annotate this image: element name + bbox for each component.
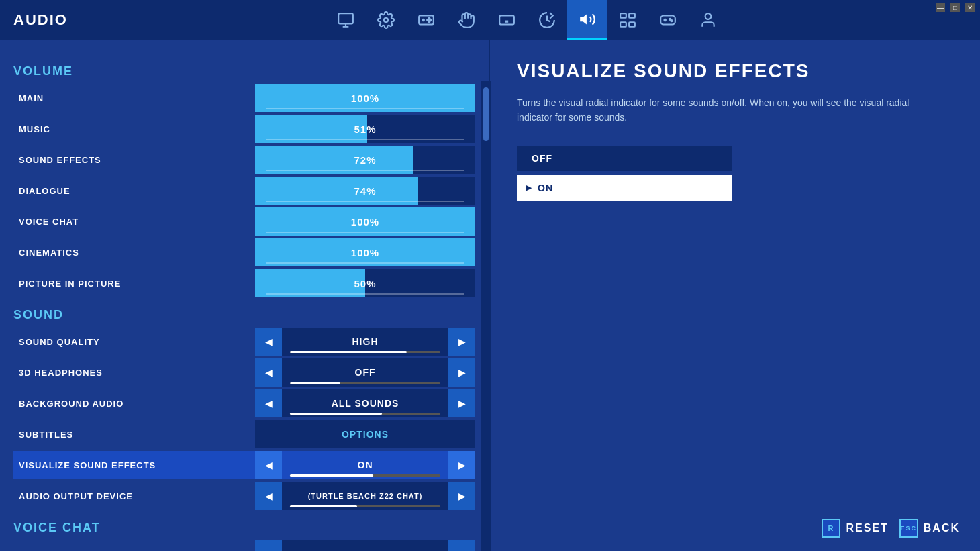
svg-rect-11 [500,16,515,25]
svg-rect-0 [339,13,354,23]
minimize-button[interactable]: — [936,3,945,12]
headphones-label: 3D HEADPHONES [13,368,255,378]
volume-cinematics-bar[interactable]: 100% [255,238,475,266]
audio-output-right-arrow[interactable]: ▶ [448,482,475,510]
back-button[interactable]: ESC BACK [899,519,960,538]
svg-rect-23 [630,22,636,27]
volume-main-row[interactable]: MAIN 100% [13,84,475,112]
svg-rect-22 [621,22,627,27]
volume-dialogue-control: 74% [255,177,475,205]
volume-dialogue-bar[interactable]: 74% [255,177,475,205]
page-title: AUDIO [13,11,68,29]
reset-key: R [822,519,840,538]
volume-music-bar[interactable]: 51% [255,115,475,143]
voice-chat-left-arrow[interactable]: ◀ [255,540,282,551]
sound-quality-row[interactable]: SOUND QUALITY ◀ HIGH ▶ [13,328,475,356]
headphones-row[interactable]: 3D HEADPHONES ◀ OFF ▶ [13,358,475,387]
maximize-button[interactable]: □ [950,3,960,12]
svg-rect-20 [621,13,627,18]
volume-pip-label: PICTURE IN PICTURE [13,279,255,289]
audio-output-left-arrow[interactable]: ◀ [255,482,282,510]
volume-sfx-row[interactable]: SOUND EFFECTS 72% [13,146,475,174]
detail-option-off[interactable]: OFF [517,146,732,171]
svg-point-10 [429,21,430,22]
detail-description: Turns the visual radial indicator for so… [517,95,933,126]
volume-music-control: 51% [255,115,475,143]
detail-option-on-arrow: ▶ [526,184,532,191]
nav-icon-gamepad[interactable] [648,0,688,40]
bg-audio-control: ◀ ALL SOUNDS ▶ [255,389,475,417]
scroll-thumb[interactable] [483,87,489,141]
nav-icon-keyboard[interactable] [487,0,527,40]
title-bar: — □ ✕ [930,0,980,15]
nav-icon-audio[interactable] [567,0,607,40]
audio-output-label: AUDIO OUTPUT DEVICE [13,491,255,501]
audio-output-value: (TURTLE BEACH Z22 CHAT) [282,482,448,510]
nav-icon-hand[interactable] [446,0,487,40]
sound-quality-right-arrow[interactable]: ▶ [448,328,475,356]
volume-sfx-control: 72% [255,146,475,174]
volume-main-bar[interactable]: 100% [255,84,475,112]
volume-voicechat-bar[interactable]: 100% [255,207,475,236]
bg-audio-value: ALL SOUNDS [282,389,448,417]
volume-music-row[interactable]: MUSIC 51% [13,115,475,143]
visualize-sfx-row[interactable]: VISUALIZE SOUND EFFECTS ◀ ON ▶ [13,451,475,479]
detail-options: OFF ▶ ON [517,146,953,201]
sound-quality-control: ◀ HIGH ▶ [255,328,475,356]
volume-pip-row[interactable]: PICTURE IN PICTURE 50% [13,269,475,297]
back-label: BACK [924,522,960,534]
voice-chat-right-arrow[interactable]: ▶ [448,540,475,551]
visualize-sfx-label: VISUALIZE SOUND EFFECTS [13,460,255,470]
subtitles-row[interactable]: SUBTITLES OPTIONS [13,420,475,448]
voice-chat-section-header: VOICE CHAT [13,521,475,535]
volume-cinematics-row[interactable]: CINEMATICS 100% [13,238,475,266]
volume-main-label: MAIN [13,93,255,103]
volume-music-label: MUSIC [13,124,255,134]
visualize-sfx-control: ◀ ON ▶ [255,451,475,479]
bg-audio-right-arrow[interactable]: ▶ [448,389,475,417]
nav-icon-gear[interactable] [366,0,406,40]
sound-section-header: SOUND [13,308,475,322]
close-button[interactable]: ✕ [965,3,975,12]
bg-audio-row[interactable]: BACKGROUND AUDIO ◀ ALL SOUNDS ▶ [13,389,475,417]
bg-audio-label: BACKGROUND AUDIO [13,399,255,409]
nav-icon-monitor[interactable] [326,0,366,40]
volume-voicechat-row[interactable]: VOICE CHAT 100% [13,207,475,236]
volume-sfx-bar[interactable]: 72% [255,146,475,174]
voice-chat-row[interactable]: VOICE CHAT ◀ EVERYBODY ▶ [13,540,475,551]
bg-audio-left-arrow[interactable]: ◀ [255,389,282,417]
right-panel: VISUALIZE SOUND EFFECTS Turns the visual… [490,40,980,551]
nav-icon-replay[interactable] [607,0,648,40]
headphones-control: ◀ OFF ▶ [255,358,475,387]
sound-quality-left-arrow[interactable]: ◀ [255,328,282,356]
audio-output-row[interactable]: AUDIO OUTPUT DEVICE ◀ (TURTLE BEACH Z22 … [13,482,475,510]
reset-button[interactable]: R RESET [822,519,888,538]
volume-sfx-label: SOUND EFFECTS [13,155,255,165]
voice-chat-value: EVERYBODY [282,540,448,551]
audio-output-selector: ◀ (TURTLE BEACH Z22 CHAT) ▶ [255,482,475,510]
headphones-selector: ◀ OFF ▶ [255,358,475,387]
volume-section-header: VOLUME [13,64,475,79]
visualize-sfx-right-arrow[interactable]: ▶ [448,451,475,479]
volume-voicechat-control: 100% [255,207,475,236]
headphones-value: OFF [282,358,448,387]
volume-pip-bar[interactable]: 50% [255,269,475,297]
sound-quality-label: SOUND QUALITY [13,337,255,347]
volume-cinematics-label: CINEMATICS [13,248,255,258]
nav-icon-controller[interactable] [406,0,446,40]
volume-dialogue-row[interactable]: DIALOGUE 74% [13,177,475,205]
headphones-right-arrow[interactable]: ▶ [448,358,475,387]
subtitles-options-button[interactable]: OPTIONS [255,420,475,448]
svg-point-25 [671,20,673,21]
voice-chat-selector: ◀ EVERYBODY ▶ [255,540,475,551]
nav-icons [326,0,728,40]
nav-icon-account[interactable] [688,0,728,40]
headphones-left-arrow[interactable]: ◀ [255,358,282,387]
detail-option-on[interactable]: ▶ ON [517,175,732,201]
main-content: VOLUME MAIN 100% MUSIC 51% [0,40,980,551]
visualize-sfx-left-arrow[interactable]: ◀ [255,451,282,479]
nav-icon-performance[interactable] [527,0,567,40]
detail-option-off-label: OFF [532,153,552,164]
bottom-buttons: R RESET ESC BACK [822,519,960,538]
subtitles-control: OPTIONS [255,420,475,448]
